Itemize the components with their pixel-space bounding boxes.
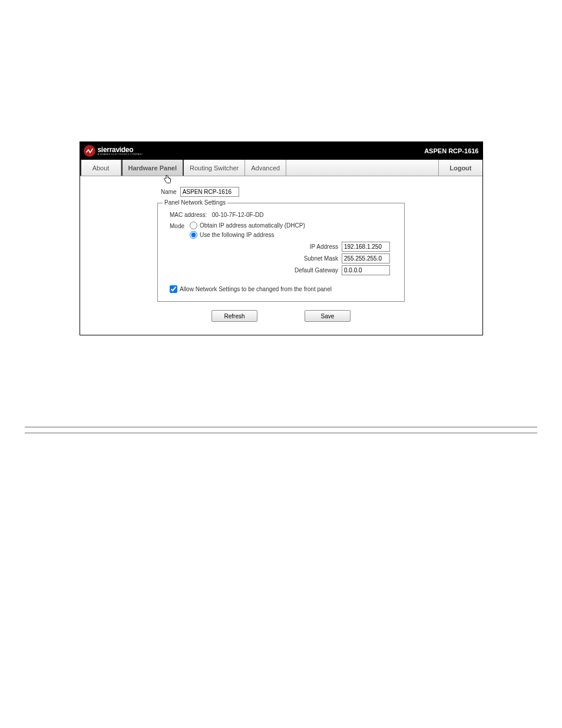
button-row: Refresh Save	[157, 310, 405, 322]
radio-static-label: Use the following IP address	[200, 232, 275, 238]
divider-line	[25, 427, 537, 427]
mode-label: Mode	[170, 222, 190, 229]
mode-options: Obtain IP address automatically (DHCP) U…	[190, 222, 397, 277]
mac-row: MAC address: 00-10-7F-12-0F-DD	[170, 212, 397, 218]
nav-bar: About Hardware Panel Routing Switcher Ad…	[80, 160, 482, 176]
tab-about[interactable]: About	[80, 160, 121, 176]
brand-text: sierravideo A KRAMER ELECTRONICS COMPANY	[98, 146, 143, 156]
allow-front-panel-label: Allow Network Settings to be changed fro…	[180, 286, 332, 292]
default-gateway-label: Default Gateway	[295, 267, 338, 274]
allow-front-panel-checkbox[interactable]	[170, 285, 177, 293]
refresh-button[interactable]: Refresh	[211, 310, 257, 322]
radio-dhcp-row: Obtain IP address automatically (DHCP)	[190, 222, 397, 229]
ip-address-input[interactable]	[342, 242, 390, 252]
subnet-mask-row: Subnet Mask	[194, 253, 397, 263]
ip-address-label: IP Address	[310, 243, 338, 250]
tab-label: Routing Switcher	[190, 164, 239, 172]
allow-front-panel-row: Allow Network Settings to be changed fro…	[170, 285, 397, 293]
ip-grid: IP Address Subnet Mask Default Gateway	[194, 242, 397, 275]
subnet-mask-label: Subnet Mask	[304, 255, 338, 262]
name-label: Name	[161, 189, 177, 195]
radio-static-row: Use the following IP address	[190, 231, 397, 239]
panel-network-settings: Panel Network Settings MAC address: 00-1…	[157, 203, 405, 302]
tab-label: About	[92, 164, 110, 172]
mac-value: 00-10-7F-12-0F-DD	[212, 212, 264, 218]
save-button[interactable]: Save	[305, 310, 351, 322]
tab-routing-switcher[interactable]: Routing Switcher	[184, 160, 245, 176]
tab-advanced[interactable]: Advanced	[245, 160, 286, 176]
app-frame: sierravideo A KRAMER ELECTRONICS COMPANY…	[80, 141, 483, 335]
default-gateway-input[interactable]	[342, 265, 390, 275]
tab-hardware-panel[interactable]: Hardware Panel	[121, 160, 184, 176]
radio-static[interactable]	[190, 231, 197, 239]
page-divider	[25, 427, 537, 433]
ip-address-row: IP Address	[194, 242, 397, 252]
form-area: Name Panel Network Settings MAC address:…	[157, 187, 405, 322]
logout-label: Logout	[449, 164, 471, 172]
logo: sierravideo A KRAMER ELECTRONICS COMPANY	[84, 145, 143, 157]
logout-button[interactable]: Logout	[438, 160, 482, 176]
default-gateway-row: Default Gateway	[194, 265, 397, 275]
content-area: Name Panel Network Settings MAC address:…	[80, 176, 482, 335]
tab-label: Hardware Panel	[128, 164, 177, 172]
radio-dhcp[interactable]	[190, 222, 197, 229]
product-name: ASPEN RCP-1616	[424, 147, 478, 154]
brand-sub: A KRAMER ELECTRONICS COMPANY	[98, 153, 143, 156]
tab-label: Advanced	[251, 164, 280, 172]
brand-logo-icon	[84, 145, 95, 157]
name-input[interactable]	[180, 187, 239, 197]
divider-line	[25, 433, 537, 433]
header-bar: sierravideo A KRAMER ELECTRONICS COMPANY…	[80, 142, 482, 160]
subnet-mask-input[interactable]	[342, 253, 390, 263]
mode-row: Mode Obtain IP address automatically (DH…	[170, 222, 397, 277]
fieldset-legend: Panel Network Settings	[163, 199, 227, 206]
name-row: Name	[161, 187, 405, 197]
mac-label: MAC address:	[170, 212, 207, 218]
radio-dhcp-label: Obtain IP address automatically (DHCP)	[200, 222, 305, 229]
